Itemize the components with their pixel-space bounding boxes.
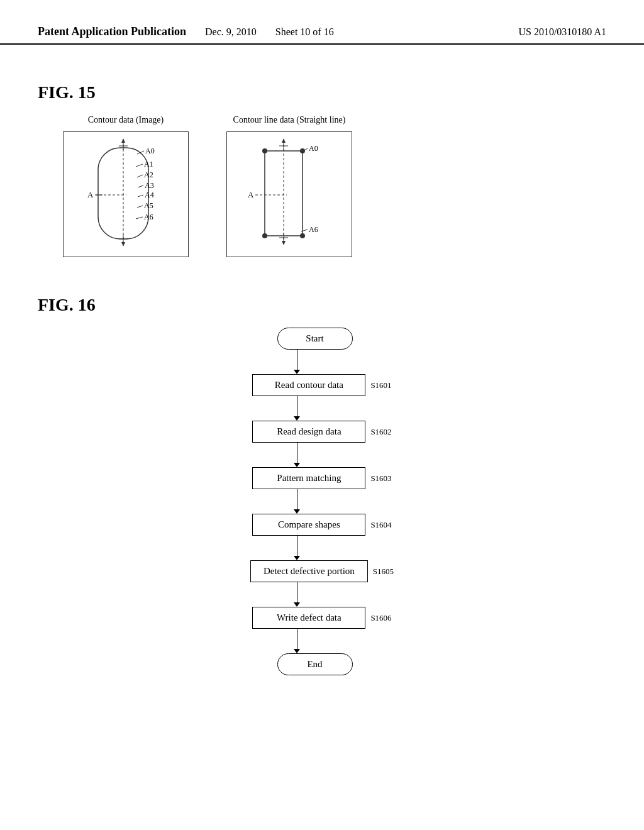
svg-marker-21 [121, 138, 125, 143]
fig15-right-caption: Contour line data (Straight line) [233, 115, 346, 125]
step-label-s1603: S1603 [370, 473, 391, 484]
flow-s1604-box: Compare shapes [252, 514, 365, 536]
svg-line-13 [138, 195, 143, 197]
flow-s1606-row: Write defect data S1606 [38, 607, 606, 629]
connector-5 [196, 582, 448, 607]
fig15-container: Contour data (Image) A A0 [63, 115, 606, 257]
header-sheet: Sheet 10 of 16 [275, 26, 334, 38]
flow-end-box: End [277, 653, 353, 675]
flow-s1601-row: Read contour data S1601 [38, 374, 606, 396]
svg-text:A2: A2 [144, 170, 153, 179]
svg-line-15 [137, 206, 143, 208]
header-number: US 2010/0310180 A1 [518, 26, 606, 38]
page-header: Patent Application Publication Dec. 9, 2… [0, 0, 644, 45]
fig15-left: Contour data (Image) A A0 [63, 115, 189, 257]
flow-s1601-box: Read contour data [252, 374, 365, 396]
flow-s1602-row: Read design data S1602 [38, 421, 606, 443]
fig15-left-caption: Contour data (Image) [88, 115, 164, 125]
flow-s1606-box: Write defect data [252, 607, 365, 629]
svg-text:A: A [248, 190, 254, 199]
flow-start-box: Start [277, 328, 353, 350]
svg-line-9 [137, 175, 143, 177]
connector-3 [196, 489, 448, 514]
svg-point-30 [300, 148, 305, 153]
fig15-label: FIG. 15 [38, 82, 606, 102]
svg-marker-24 [121, 242, 125, 246]
svg-text:A4: A4 [145, 191, 154, 199]
connector-1 [196, 396, 448, 421]
svg-marker-42 [282, 138, 286, 143]
patent-label: Patent Application Publication [38, 25, 186, 38]
fig16-label: FIG. 16 [38, 295, 606, 315]
fig15-right: Contour line data (Straight line) [226, 115, 352, 257]
fig15-left-svg: A A0 A1 A2 A3 A4 [64, 132, 189, 258]
svg-text:A: A [87, 190, 94, 199]
flow-s1602-box: Read design data [252, 421, 365, 443]
flow-s1605-box: Detect defective portion [250, 560, 368, 582]
step-label-s1602: S1602 [370, 427, 391, 437]
connector-6 [196, 629, 448, 653]
svg-text:A5: A5 [144, 201, 153, 210]
svg-text:A0: A0 [145, 147, 155, 155]
fig15-left-box: A A0 A1 A2 A3 A4 [63, 131, 189, 257]
connector-0 [196, 350, 448, 374]
step-label-s1606: S1606 [370, 613, 391, 623]
svg-line-11 [138, 185, 143, 187]
header-date: Dec. 9, 2010 [205, 26, 257, 38]
step-label-s1605: S1605 [373, 567, 394, 577]
flow-s1605-row: Detect defective portion S1605 [38, 560, 606, 582]
svg-text:A0: A0 [309, 144, 318, 153]
svg-text:A6: A6 [144, 213, 153, 221]
flow-end-row: End xx [38, 653, 606, 675]
svg-text:A6: A6 [309, 225, 318, 234]
flow-s1604-row: Compare shapes S1604 [38, 514, 606, 536]
svg-point-32 [300, 233, 305, 238]
svg-line-17 [136, 217, 143, 219]
svg-line-7 [136, 164, 143, 167]
fig15-right-box: A A0 A6 [226, 131, 352, 257]
svg-point-29 [262, 148, 267, 153]
svg-text:A3: A3 [145, 181, 154, 190]
flow-s1603-box: Pattern matching [252, 467, 365, 489]
connector-2 [196, 443, 448, 467]
main-content: FIG. 15 Contour data (Image) A [0, 45, 644, 694]
svg-text:A1: A1 [144, 160, 153, 169]
svg-point-31 [262, 233, 267, 238]
fig15-right-svg: A A0 A6 [227, 132, 353, 258]
flow-start-row: Start xx [38, 328, 606, 350]
step-label-s1601: S1601 [370, 380, 391, 390]
step-label-s1604: S1604 [370, 520, 391, 530]
svg-marker-45 [282, 241, 286, 245]
connector-4 [196, 536, 448, 560]
fig16-flowchart: Start xx Read contour data S1601 [38, 328, 606, 675]
flow-s1603-row: Pattern matching S1603 [38, 467, 606, 489]
